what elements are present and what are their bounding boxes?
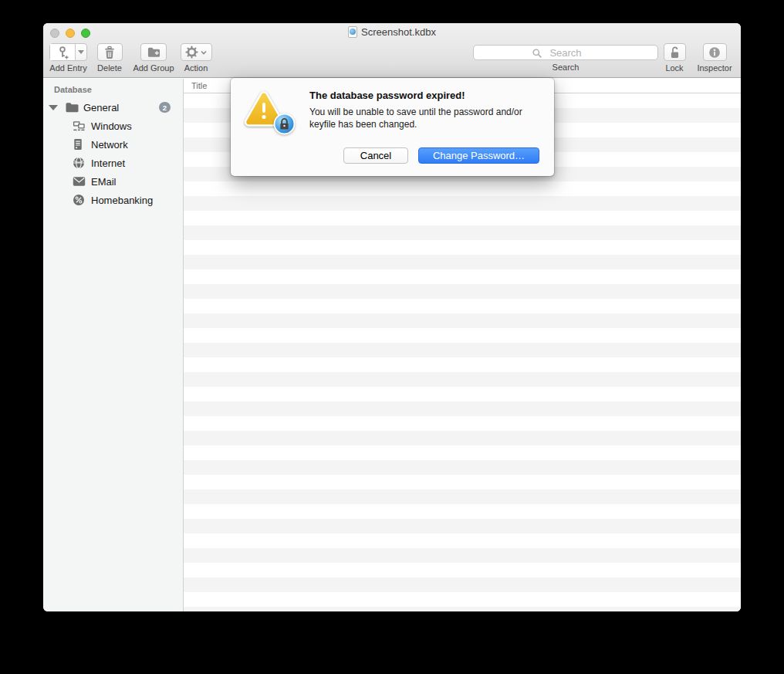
dialog-text: The database password expired! You will … [309,90,546,130]
delete-button[interactable] [97,43,123,61]
dialog-title: The database password expired! [309,90,546,101]
open-padlock-icon [668,46,681,59]
inspector-button[interactable] [703,43,727,61]
add-group-item: Add Group [130,43,177,73]
entry-count-badge: 2 [159,102,171,113]
add-entry-dropdown[interactable] [75,44,86,60]
workstations-icon [73,120,86,132]
info-icon [708,46,721,59]
add-entry-label: Add Entry [49,63,86,73]
sidebar-item-label: Windows [91,120,132,132]
inspector-label: Inspector [697,63,732,73]
trash-icon [103,46,117,59]
sidebar-item-homebanking[interactable]: Homebanking [43,191,183,209]
search-field[interactable] [473,45,658,60]
toolbar: Add Entry Delete [43,40,741,78]
search-item: Search [473,43,658,72]
warning-triangle-lock-icon [244,89,298,140]
delete-item: Delete [93,43,127,73]
window-title: Screenshot.kdbx [361,26,436,38]
percent-icon [73,194,85,206]
sidebar-item-label: Internet [91,157,125,169]
caret-down-icon [78,50,84,54]
lock-label: Lock [665,63,683,73]
lock-item: Lock [661,43,688,73]
document-icon [348,26,357,38]
cancel-button[interactable]: Cancel [343,147,408,164]
server-icon [73,138,83,151]
gear-icon [185,46,198,59]
action-label: Action [184,63,208,73]
dialog-message: You will be unable to save until the pas… [309,107,546,130]
sidebar-group-general[interactable]: General 2 [43,99,183,116]
search-input[interactable] [474,46,657,60]
delete-label: Delete [97,63,122,73]
lock-button[interactable] [664,43,686,61]
add-group-button[interactable] [140,43,167,61]
folder-icon [65,101,79,113]
add-group-label: Add Group [133,63,174,73]
sidebar-item-windows[interactable]: Windows [43,117,183,135]
action-item: Action [177,43,215,73]
key-plus-icon [50,44,75,60]
inspector-item: Inspector [698,43,731,73]
globe-icon [73,157,85,169]
folder-plus-icon [147,46,161,59]
sidebar-item-label: Homebanking [91,195,153,206]
sidebar: Database General 2 [43,79,184,611]
envelope-icon [73,177,86,187]
search-label: Search [553,63,580,72]
chevron-down-icon [201,50,207,55]
sidebar-group-label: General [83,102,119,113]
password-expired-dialog: The database password expired! You will … [231,78,554,176]
add-entry-button[interactable] [49,43,87,61]
sidebar-item-label: Network [91,139,128,151]
titlebar[interactable]: Screenshot.kdbx [43,23,741,40]
sidebar-section-header: Database [54,85,92,94]
window-chrome: Screenshot.kdbx [43,23,741,78]
action-button[interactable] [181,43,212,61]
change-password-button[interactable]: Change Password… [418,147,539,164]
add-entry-item: Add Entry [49,43,87,73]
sidebar-item-label: EMail [91,176,117,188]
window-title-area: Screenshot.kdbx [43,23,741,40]
sidebar-item-internet[interactable]: Internet [43,154,183,172]
sidebar-item-network[interactable]: Network [43,135,183,154]
sidebar-item-email[interactable]: EMail [43,172,183,191]
disclosure-triangle-icon[interactable] [49,105,58,110]
